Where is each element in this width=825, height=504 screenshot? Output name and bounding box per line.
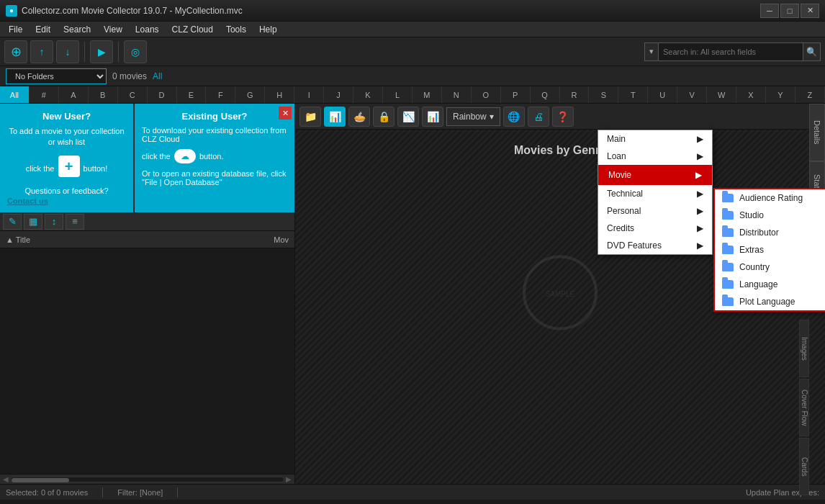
menu-tools[interactable]: Tools [220,22,252,37]
details-tab[interactable]: Details [809,104,825,161]
arrow-icon: ▶ [697,206,703,216]
menu-help[interactable]: Help [253,22,283,37]
alpha-l[interactable]: L [383,86,412,103]
new-user-feedback: Questions or feedback? [7,186,126,197]
menu-movie[interactable]: Movie ▶ [598,165,712,185]
sort-tool-button[interactable]: ↕ [45,214,63,230]
alpha-e[interactable]: E [177,86,207,103]
menu-loans[interactable]: Loans [130,22,165,37]
menu-search[interactable]: Search [58,22,96,37]
help-button[interactable]: ❓ [552,107,574,127]
scrollbar-thumb[interactable] [12,478,69,482]
alpha-y[interactable]: Y [766,86,795,103]
scroll-right-arrow[interactable]: ▶ [284,475,293,483]
maximize-button[interactable]: □ [780,4,799,18]
list-tool-button[interactable]: ≡ [66,214,84,230]
mov-column[interactable]: Mov [253,235,289,244]
alpha-q[interactable]: Q [531,86,560,103]
alt-chart-button[interactable]: 📊 [422,107,443,127]
bar-chart-button[interactable]: 📊 [324,107,346,127]
menu-view[interactable]: View [98,22,128,37]
print-button[interactable]: 🖨 [528,107,549,127]
alpha-r[interactable]: R [560,86,590,103]
play-button[interactable]: ▶ [90,40,113,63]
alpha-hash[interactable]: # [30,86,59,103]
menu-clz-cloud[interactable]: CLZ Cloud [166,22,219,37]
alpha-d[interactable]: D [148,86,177,103]
submenu-plot-language[interactable]: Plot Language [715,293,825,310]
alpha-k[interactable]: K [353,86,383,103]
filter-status: Filter: [None] [117,488,163,497]
alpha-u[interactable]: U [648,86,677,103]
alpha-all[interactable]: All [0,86,30,103]
menu-main[interactable]: Main ▶ [598,130,712,148]
alpha-a[interactable]: A [59,86,89,103]
alpha-z[interactable]: Z [795,86,825,103]
close-button[interactable]: ✕ [801,4,819,18]
alpha-i[interactable]: I [294,86,324,103]
movie-list[interactable] [0,248,294,474]
alpha-v[interactable]: V [677,86,707,103]
submenu-audience-rating[interactable]: Audience Rating [715,189,825,207]
folder-select[interactable]: No Folders [6,68,107,84]
alpha-c[interactable]: C [118,86,148,103]
horizontal-scrollbar[interactable]: ◀ ▶ [0,474,294,484]
title-column[interactable]: ▲ Title [6,235,253,244]
arrow-icon: ▶ [697,151,703,161]
alpha-m[interactable]: M [412,86,442,103]
alpha-w[interactable]: W [707,86,736,103]
submenu-country[interactable]: Country [715,258,825,276]
menu-personal[interactable]: Personal ▶ [598,202,712,220]
folder-chart-button[interactable]: 📁 [299,107,321,127]
globe-button[interactable]: 🌐 [503,107,525,127]
submenu-extras[interactable]: Extras [715,241,825,258]
scroll-left-arrow[interactable]: ◀ [1,475,10,483]
minimize-button[interactable]: ─ [760,4,779,18]
alpha-g[interactable]: G [235,86,265,103]
search-dropdown[interactable]: ▾ [645,43,659,60]
edit-tool-button[interactable]: ✎ [3,214,22,230]
alpha-o[interactable]: O [472,86,501,103]
alpha-t[interactable]: T [618,86,648,103]
alpha-x[interactable]: X [736,86,766,103]
alpha-b[interactable]: B [89,86,118,103]
menu-dvd-features[interactable]: DVD Features ▶ [598,237,712,254]
rainbow-dropdown[interactable]: Rainbow ▾ [446,107,500,126]
images-tab[interactable]: Images [799,320,809,377]
upload-button[interactable]: ↑ [30,40,53,63]
cards-tab[interactable]: Cards [799,438,809,495]
alpha-bar: All # A B C D E F G H I J K L M N O P Q … [0,86,825,104]
submenu-language[interactable]: Language [715,276,825,293]
refresh-button[interactable]: ◎ [124,40,147,63]
line-chart-button[interactable]: 📉 [397,107,419,127]
contact-link[interactable]: Contact us [7,197,48,205]
alpha-n[interactable]: N [442,86,472,103]
alpha-s[interactable]: S [589,86,618,103]
alpha-p[interactable]: P [501,86,531,103]
scrollbar-track[interactable] [10,477,284,482]
submenu-studio[interactable]: Studio [715,207,825,224]
search-button[interactable]: 🔍 [803,43,820,60]
existing-user-panel: ✕ Existing User? To download your existi… [135,104,294,212]
download-button[interactable]: ↓ [56,40,79,63]
lock-button[interactable]: 🔒 [373,107,395,127]
submenu-distributor[interactable]: Distributor [715,224,825,241]
add-movie-button[interactable]: ⊕ [4,40,27,63]
menu-file[interactable]: File [3,22,28,37]
app-icon: ● [6,5,17,17]
all-link[interactable]: All [153,71,162,81]
menu-credits[interactable]: Credits ▶ [598,220,712,237]
view-tool-button[interactable]: ▦ [24,214,42,230]
pie-chart-button[interactable]: 🥧 [348,107,370,127]
alpha-h[interactable]: H [265,86,294,103]
menu-edit[interactable]: Edit [30,22,56,37]
menu-loan[interactable]: Loan ▶ [598,148,712,165]
close-panel-button[interactable]: ✕ [279,107,292,120]
search-input[interactable] [659,48,803,56]
alpha-f[interactable]: F [206,86,235,103]
coverflow-tab[interactable]: Cover Flow [799,379,809,436]
existing-user-or: Or to open an existing database file, cl… [142,169,287,186]
alpha-j[interactable]: J [324,86,353,103]
menu-technical[interactable]: Technical ▶ [598,185,712,202]
window-controls: ─ □ ✕ [760,4,819,18]
